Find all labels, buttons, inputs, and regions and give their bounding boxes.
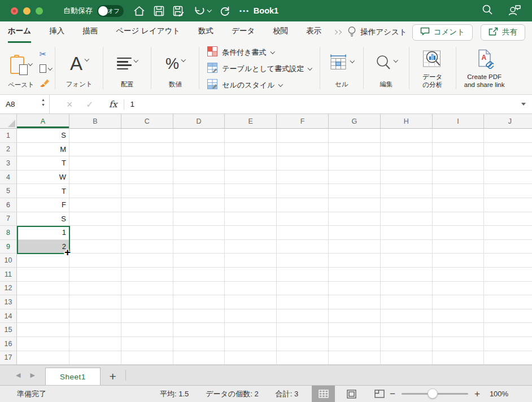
cell-B3[interactable] — [69, 156, 121, 171]
cell-H4[interactable] — [381, 171, 433, 185]
row-header-14[interactable]: 14 — [0, 309, 17, 324]
column-header-E[interactable]: E — [225, 114, 277, 129]
cell-F11[interactable] — [277, 268, 329, 282]
cell-I13[interactable] — [433, 295, 485, 309]
row-header-6[interactable]: 6 — [0, 198, 17, 212]
zoom-in-button[interactable]: + — [474, 390, 480, 399]
copy-icon[interactable] — [40, 64, 46, 73]
row-header-17[interactable]: 17 — [0, 351, 17, 365]
row-header-7[interactable]: 7 — [0, 212, 17, 226]
cell-H17[interactable] — [381, 351, 433, 365]
cell-G9[interactable] — [329, 240, 381, 254]
formula-input[interactable]: 1 — [130, 100, 135, 108]
cell-E17[interactable] — [225, 351, 277, 365]
cell-H16[interactable] — [381, 337, 433, 351]
editing-dropdown-chevron-icon[interactable] — [394, 58, 398, 62]
cell-G16[interactable] — [329, 337, 381, 351]
cell-D17[interactable] — [173, 351, 225, 365]
more-commands-icon[interactable]: … — [239, 6, 250, 16]
cell-G6[interactable] — [329, 198, 381, 212]
column-header-F[interactable]: F — [277, 114, 329, 129]
cell-F5[interactable] — [277, 184, 329, 198]
cell-I14[interactable] — [433, 309, 485, 324]
font-dropdown-chevron-icon[interactable] — [85, 56, 89, 61]
cell-F7[interactable] — [277, 212, 329, 226]
cell-E9[interactable] — [225, 240, 277, 254]
cell-I12[interactable] — [433, 282, 485, 296]
paste-button[interactable]: ペースト — [8, 47, 34, 92]
cell-I8[interactable] — [433, 226, 485, 240]
cell-D13[interactable] — [173, 295, 225, 309]
cell-H1[interactable] — [381, 129, 433, 143]
create-pdf-button[interactable]: A Create PDFand share link — [456, 43, 513, 94]
save-icon[interactable] — [154, 6, 164, 16]
format-as-table-button[interactable]: テーブルとして書式設定 — [207, 62, 311, 76]
column-header-C[interactable]: C — [121, 114, 173, 129]
next-sheet-button[interactable]: ▶ — [30, 372, 34, 379]
cell-H2[interactable] — [381, 143, 433, 157]
cell-I16[interactable] — [433, 337, 485, 351]
cut-icon[interactable]: ✂ — [40, 50, 47, 58]
cell-B4[interactable] — [69, 171, 121, 185]
cell-J11[interactable] — [484, 268, 532, 282]
cell-D3[interactable] — [173, 156, 225, 171]
cell-C3[interactable] — [121, 156, 173, 171]
cell-B8[interactable] — [69, 226, 121, 240]
cell-I3[interactable] — [433, 156, 485, 171]
cell-I15[interactable] — [433, 323, 485, 337]
cell-C13[interactable] — [121, 295, 173, 309]
cell-J17[interactable] — [484, 351, 532, 365]
redo-icon[interactable] — [220, 6, 230, 16]
cell-A1[interactable]: S — [17, 129, 69, 143]
cell-J5[interactable] — [484, 184, 532, 198]
close-button[interactable] — [11, 7, 18, 15]
cell-G12[interactable] — [329, 282, 381, 296]
number-dropdown-chevron-icon[interactable] — [181, 57, 186, 62]
cell-I9[interactable] — [433, 240, 485, 254]
tab-review[interactable]: 校閲 — [273, 21, 288, 43]
cell-A14[interactable] — [17, 309, 69, 324]
cell-D2[interactable] — [173, 143, 225, 157]
cell-F3[interactable] — [277, 156, 329, 171]
copy-dropdown-chevron-icon[interactable] — [48, 65, 53, 70]
cell-A2[interactable]: M — [17, 143, 69, 157]
cancel-icon[interactable]: × — [67, 99, 73, 110]
cell-F8[interactable] — [277, 226, 329, 240]
alignment-dropdown-chevron-icon[interactable] — [134, 58, 138, 62]
cell-C7[interactable] — [121, 212, 173, 226]
cell-J12[interactable] — [484, 282, 532, 296]
cell-G1[interactable] — [329, 129, 381, 143]
cell-F1[interactable] — [277, 129, 329, 143]
column-header-G[interactable]: G — [329, 114, 381, 129]
minimize-button[interactable] — [23, 7, 30, 15]
cell-I2[interactable] — [433, 143, 485, 157]
cell-I5[interactable] — [433, 184, 485, 198]
cell-styles-button[interactable]: セルのスタイル — [207, 78, 311, 92]
cell-J1[interactable] — [484, 129, 532, 143]
cell-H5[interactable] — [381, 184, 433, 198]
cell-F4[interactable] — [277, 171, 329, 185]
name-box-stepper[interactable]: ▲▼ — [41, 97, 45, 107]
cell-A9[interactable]: 2 — [17, 240, 69, 254]
cell-G15[interactable] — [329, 323, 381, 337]
cell-B10[interactable] — [69, 254, 121, 268]
cell-E8[interactable] — [225, 226, 277, 240]
cell-I6[interactable] — [433, 198, 485, 212]
cell-A15[interactable] — [17, 323, 69, 337]
row-header-3[interactable]: 3 — [0, 156, 17, 171]
cell-J13[interactable] — [484, 295, 532, 309]
cell-E16[interactable] — [225, 337, 277, 351]
cell-G14[interactable] — [329, 309, 381, 324]
undo-dropdown-chevron-icon[interactable] — [207, 8, 212, 12]
cell-B5[interactable] — [69, 184, 121, 198]
cell-H9[interactable] — [381, 240, 433, 254]
tab-insert[interactable]: 挿入 — [49, 21, 64, 43]
row-header-15[interactable]: 15 — [0, 323, 17, 337]
cell-H8[interactable] — [381, 226, 433, 240]
cell-J3[interactable] — [484, 156, 532, 171]
cell-G13[interactable] — [329, 295, 381, 309]
cell-A7[interactable]: S — [17, 212, 69, 226]
font-group-button[interactable]: A フォント — [55, 43, 103, 94]
cell-A16[interactable] — [17, 337, 69, 351]
cell-A11[interactable] — [17, 268, 69, 282]
